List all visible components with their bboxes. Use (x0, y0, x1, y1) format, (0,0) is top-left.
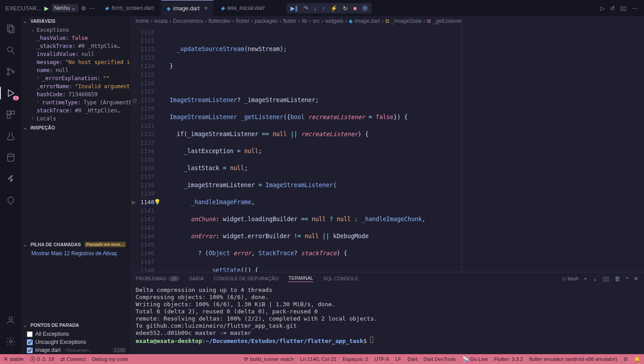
history-icon[interactable]: ↺ (610, 5, 615, 12)
database-icon[interactable] (0, 149, 21, 167)
crumb[interactable]: home (136, 18, 149, 24)
crumb[interactable]: flutter (236, 18, 249, 24)
variable-row[interactable]: ›_errorExplanation: "" (21, 74, 130, 82)
crumb[interactable]: Documentos (173, 18, 203, 24)
cloud-icon[interactable] (0, 192, 21, 210)
checkbox[interactable] (27, 347, 33, 353)
tab-debug-console[interactable]: CONSOLE DE DEPURAÇÃO (214, 276, 279, 281)
crumb[interactable]: exata (154, 18, 167, 24)
more-actions-icon[interactable]: ⋯ (632, 5, 638, 12)
source-control-icon[interactable] (0, 63, 21, 81)
status-stable[interactable]: ✕ stable (4, 356, 24, 362)
status-devtools[interactable]: Dart DevTools (423, 356, 456, 362)
terminal-content[interactable]: Delta compression using up to 4 threads … (130, 285, 644, 354)
breakpoint-file[interactable]: image.dart ~/Documen… 1128 (21, 346, 130, 354)
checkbox[interactable] (27, 339, 33, 345)
tab-image-dart[interactable]: ◈ image.dart ✕ (161, 0, 213, 16)
section-breakpoints[interactable]: ⌄PONTOS DE PARADA (21, 320, 130, 330)
checkbox[interactable] (27, 331, 33, 337)
variable-row[interactable]: message: "No host specified in… (21, 58, 130, 66)
hot-reload-icon[interactable]: ⚡ (330, 5, 337, 12)
section-variables[interactable]: ⌄VARIÁVEIS (21, 16, 130, 26)
inspector-icon[interactable]: ⦿ (362, 5, 368, 12)
dart-icon: ◈ (166, 5, 171, 12)
status-prettier-icon[interactable]: ⊘ (623, 356, 628, 362)
crumb[interactable]: image.dart (354, 18, 380, 24)
status-flutter-version[interactable]: Flutter: 3.3.2 (494, 356, 523, 362)
crumb[interactable]: packages (255, 18, 277, 24)
crumb[interactable]: flutter (283, 18, 297, 24)
status-language[interactable]: Dart (408, 356, 418, 362)
split-terminal-icon[interactable]: ▯▯ (603, 275, 609, 282)
restart-icon[interactable]: ↻ (343, 5, 348, 12)
accounts-icon[interactable] (0, 311, 21, 329)
crumb[interactable]: flutterdev (209, 18, 230, 24)
variable-group[interactable]: ›Locals (21, 115, 130, 123)
variable-row[interactable]: hashCode: 713460659 (21, 90, 130, 98)
split-icon[interactable]: ▯▯ (620, 5, 627, 12)
flutter-icon[interactable] (0, 170, 21, 188)
run-icon[interactable]: ▷ (600, 5, 605, 12)
variable-row[interactable]: ›runtimeType: Type (ArgumentErr… (21, 98, 130, 107)
status-bell-icon[interactable]: 🔔 (634, 356, 640, 362)
status-debug-target[interactable]: Debug my code (92, 356, 128, 362)
trash-icon[interactable]: 🗑 (614, 275, 620, 282)
variable-row[interactable]: stackTrace: #0 _HttpClien… (21, 107, 130, 115)
minimap[interactable] (638, 26, 644, 272)
new-terminal-icon[interactable]: + (584, 275, 587, 282)
crumb[interactable]: _ImageState (391, 18, 422, 24)
extensions-icon[interactable] (0, 106, 21, 124)
variable-group[interactable]: ⌄Exceptions (21, 26, 130, 34)
status-spaces[interactable]: Espaços: 2 (343, 356, 368, 362)
status-encoding[interactable]: UTF-8 (375, 356, 389, 362)
crumb[interactable]: src (313, 18, 320, 24)
tab-problems[interactable]: PROBLEMAS 18 (136, 276, 179, 281)
status-device[interactable]: flutter emulator (android-x86 emulator) (529, 356, 617, 362)
continue-icon[interactable]: ▶∥ (290, 5, 298, 12)
variable-row[interactable]: _hasValue: false (21, 34, 130, 42)
status-build-runner[interactable]: ⟳ build_runner watch (244, 356, 294, 362)
debug-config-dropdown[interactable]: Nenhu ⌄ (51, 4, 79, 12)
start-debug-icon[interactable]: ▶ (44, 5, 49, 12)
breakpoint-uncaught[interactable]: Uncaught Exceptions (21, 338, 130, 346)
variable-row[interactable]: _errorName: "Invalid argument(… (21, 82, 130, 90)
status-eol[interactable]: LF (395, 356, 401, 362)
step-over-icon[interactable]: ↷ (303, 5, 308, 12)
status-connect[interactable]: ⇄ Connect (60, 356, 86, 362)
tab-form-screen[interactable]: ◈ form_screen.dart (99, 0, 159, 16)
crumb[interactable]: lib (302, 18, 307, 24)
debug-icon[interactable]: 1 (0, 84, 21, 102)
tab-sql-console[interactable]: SQL CONSOLE (323, 276, 358, 281)
terminal-shell[interactable]: ▷ bash (563, 276, 578, 282)
close-icon[interactable]: ✕ (204, 5, 208, 11)
status-errors[interactable]: ⓧ 0 ⚠ 18 (30, 356, 54, 363)
variable-row[interactable]: _stackTrace: #0 _HttpClie… (21, 42, 130, 50)
tab-terminal[interactable]: TERMINAL (288, 275, 313, 282)
testing-icon[interactable] (0, 127, 21, 145)
section-watch[interactable]: ⌄INSPEÇÃO (21, 123, 130, 133)
crumb[interactable]: _getListener (433, 18, 462, 24)
variable-row[interactable]: invalidValue: null (21, 50, 130, 58)
tab-output[interactable]: SAÍDA (189, 276, 204, 281)
settings-icon[interactable] (0, 333, 21, 351)
status-cursor-pos[interactable]: Ln 1140, Col 21 (300, 356, 336, 362)
crumb[interactable]: widgets (325, 18, 344, 24)
show-more-frames[interactable]: Mostrar Mais 12 Registros de Ativaç (21, 249, 130, 257)
debug-config-label: Nenhu (54, 5, 70, 11)
tab-tela-inicial[interactable]: ◈ tela_inicial.dart (215, 0, 270, 16)
section-callstack[interactable]: ⌄PILHA DE CHAMADAS Pausado em exce… (21, 240, 130, 249)
more-icon[interactable]: ⋯ (89, 5, 95, 12)
breakpoint-all-exceptions[interactable]: All Exceptions (21, 330, 130, 338)
status-go-live[interactable]: 📡 Go Live (462, 356, 488, 362)
chevron-down-icon[interactable]: ⌄ (593, 275, 597, 282)
code-content[interactable]: _updateSourceStream(newStream); } ImageS… (161, 26, 638, 272)
explorer-icon[interactable] (0, 20, 21, 38)
stop-icon[interactable]: ■ (353, 5, 357, 12)
search-icon[interactable] (0, 41, 21, 59)
step-out-icon[interactable]: ↑ (322, 5, 325, 12)
close-panel-icon[interactable]: ✕ (634, 275, 639, 282)
variable-row[interactable]: name: null (21, 66, 130, 74)
gear-icon[interactable]: ⚙ (81, 5, 86, 12)
maximize-icon[interactable]: ^ (626, 275, 628, 282)
step-into-icon[interactable]: ↓ (314, 5, 317, 12)
